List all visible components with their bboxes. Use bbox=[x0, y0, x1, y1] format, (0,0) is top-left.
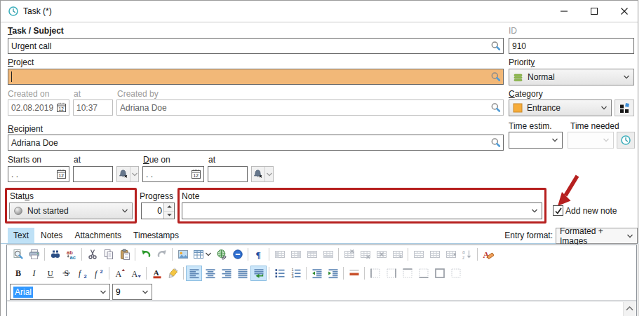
cut-button[interactable] bbox=[84, 247, 100, 262]
replace-button[interactable]: abac bbox=[63, 247, 79, 262]
toolbar-separator bbox=[81, 248, 82, 261]
insert-table-button[interactable] bbox=[191, 247, 213, 262]
note-label: Note bbox=[182, 191, 199, 201]
close-button[interactable] bbox=[610, 1, 638, 22]
svg-text:a: a bbox=[462, 249, 465, 254]
toolbar-separator bbox=[408, 248, 408, 261]
justify-button[interactable] bbox=[234, 266, 250, 281]
italic-icon: I bbox=[29, 268, 40, 279]
tab-text[interactable]: Text bbox=[8, 228, 34, 243]
font-size-combobox[interactable]: 9 bbox=[112, 284, 152, 300]
scroll-up-button[interactable] bbox=[624, 302, 636, 314]
align-left-button[interactable] bbox=[186, 266, 202, 281]
tab-attachments[interactable]: Attachments bbox=[69, 228, 127, 243]
time-estim-dropdown[interactable] bbox=[509, 132, 563, 149]
due-on-input[interactable]: . . 12 bbox=[142, 166, 204, 182]
due-at-input[interactable] bbox=[208, 166, 248, 182]
search-icon[interactable] bbox=[490, 41, 501, 51]
chevron-down-icon[interactable] bbox=[205, 252, 212, 257]
add-new-note-checkbox[interactable] bbox=[553, 205, 563, 216]
grow-font-button[interactable]: A bbox=[112, 266, 128, 281]
clear-formatting-button[interactable]: A bbox=[480, 247, 496, 262]
font-name-combobox[interactable]: Arial bbox=[10, 284, 110, 300]
shrink-font-button[interactable]: A bbox=[128, 266, 144, 281]
highlight-button[interactable] bbox=[165, 266, 181, 281]
minimize-button[interactable] bbox=[550, 1, 578, 22]
insert-column-right-icon bbox=[290, 249, 302, 260]
search-icon[interactable] bbox=[490, 71, 501, 82]
underline-button[interactable]: U bbox=[42, 266, 58, 281]
print-button[interactable] bbox=[26, 247, 42, 262]
time-needed-label: Time needed bbox=[570, 121, 619, 131]
svg-text:I: I bbox=[32, 268, 36, 278]
numbered-list-button[interactable]: 123 bbox=[288, 266, 304, 281]
priority-dropdown[interactable]: Normal bbox=[509, 69, 634, 85]
progress-spinner[interactable]: 0 bbox=[141, 202, 175, 219]
font-size-value: 9 bbox=[116, 287, 121, 297]
chevron-down-icon bbox=[142, 289, 149, 295]
spin-up-button[interactable] bbox=[164, 203, 174, 212]
delete-cells-icon bbox=[376, 249, 387, 260]
copy-button[interactable] bbox=[100, 247, 116, 262]
superscript-button[interactable]: f2 bbox=[90, 266, 107, 281]
paste-button[interactable] bbox=[116, 247, 133, 262]
search-icon[interactable] bbox=[490, 137, 501, 148]
sort-table-button: az bbox=[459, 247, 475, 262]
editor-text-area[interactable] bbox=[7, 301, 636, 316]
task-subject-input[interactable]: Urgent call bbox=[8, 38, 504, 54]
category-lookup-button[interactable] bbox=[615, 99, 634, 116]
undo-button[interactable] bbox=[137, 247, 154, 262]
text-direction-button[interactable] bbox=[250, 266, 267, 281]
category-dropdown[interactable]: Entrance bbox=[509, 99, 612, 116]
strikethrough-icon: S bbox=[61, 268, 72, 279]
status-dropdown[interactable]: Not started bbox=[9, 202, 133, 219]
insert-row-above-button bbox=[304, 247, 320, 262]
bold-button[interactable]: B bbox=[10, 266, 26, 281]
italic-button[interactable]: I bbox=[26, 266, 42, 281]
find-icon bbox=[50, 249, 61, 260]
horizontal-rule-button[interactable] bbox=[346, 266, 362, 281]
svg-text:12: 12 bbox=[194, 173, 199, 178]
maximize-button[interactable] bbox=[580, 1, 608, 22]
strikethrough-button[interactable]: S bbox=[58, 266, 74, 281]
starts-at-input[interactable] bbox=[73, 166, 113, 182]
starts-at-label: at bbox=[74, 155, 81, 165]
align-right-button[interactable] bbox=[218, 266, 234, 281]
due-on-value: . . bbox=[146, 170, 191, 179]
id-input[interactable]: 910 bbox=[509, 38, 634, 54]
bullet-list-button[interactable] bbox=[271, 266, 288, 281]
increase-indent-button[interactable] bbox=[325, 266, 341, 281]
print-preview-button[interactable] bbox=[10, 247, 26, 262]
starts-on-input[interactable]: . . 12 bbox=[8, 166, 69, 182]
project-input[interactable] bbox=[8, 69, 504, 85]
reminder-bell-icon bbox=[252, 167, 264, 181]
starts-reminder-button[interactable] bbox=[116, 166, 139, 182]
find-button[interactable] bbox=[47, 247, 63, 262]
formatting-marks-button[interactable]: ¶ bbox=[250, 247, 267, 262]
align-center-button[interactable] bbox=[202, 266, 218, 281]
title-bar: Task (*) bbox=[1, 1, 638, 22]
paste-icon bbox=[119, 249, 130, 260]
due-reminder-button[interactable] bbox=[251, 166, 274, 182]
subscript-button[interactable]: f2 bbox=[74, 266, 90, 281]
note-combobox[interactable] bbox=[182, 202, 542, 219]
recipient-input[interactable]: Adriana Doe bbox=[8, 135, 504, 151]
tab-notes[interactable]: Notes bbox=[35, 228, 68, 243]
task-clock-icon bbox=[8, 6, 19, 17]
chevron-down-icon[interactable] bbox=[130, 167, 138, 181]
hyperlink-button[interactable] bbox=[213, 247, 229, 262]
calendar-icon[interactable]: 12 bbox=[191, 169, 201, 179]
vertical-scrollbar[interactable] bbox=[623, 302, 636, 316]
chevron-down-icon[interactable] bbox=[264, 167, 273, 181]
decrease-indent-button[interactable] bbox=[309, 266, 325, 281]
entry-format-dropdown[interactable]: Formated + Images bbox=[556, 228, 638, 244]
tab-timestamps[interactable]: Timestamps bbox=[128, 228, 185, 243]
insert-image-button[interactable] bbox=[175, 247, 191, 262]
project-label: Project bbox=[8, 57, 34, 67]
calendar-icon[interactable]: 12 bbox=[56, 169, 67, 179]
chevron-down-icon bbox=[626, 233, 633, 239]
special-symbol-button[interactable] bbox=[229, 247, 246, 262]
spin-down-button[interactable] bbox=[164, 212, 174, 219]
font-color-button[interactable]: A bbox=[149, 266, 165, 281]
shrink-font-icon: A bbox=[130, 268, 142, 279]
